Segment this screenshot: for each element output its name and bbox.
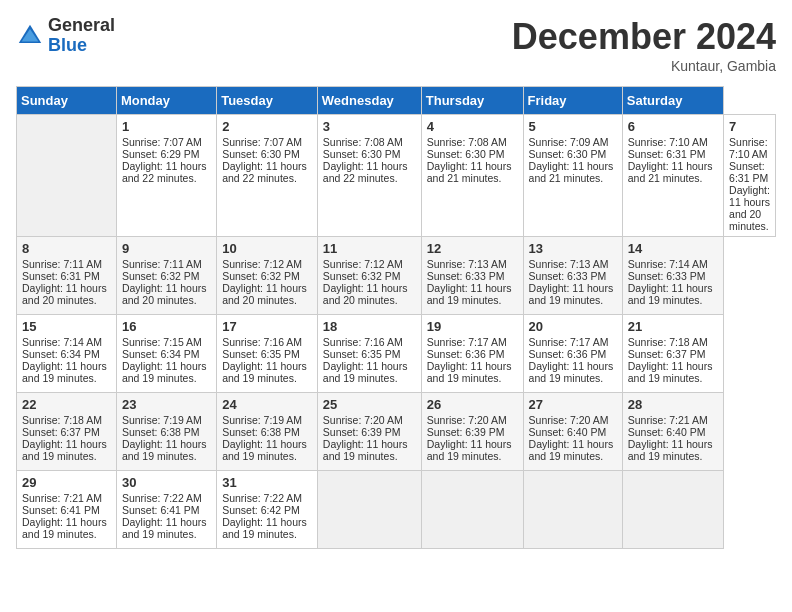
week-row-5: 29Sunrise: 7:21 AMSunset: 6:41 PMDayligh… (17, 471, 776, 549)
daylight: Daylight: 11 hours and 22 minutes. (222, 160, 307, 184)
sunrise: Sunrise: 7:14 AM (22, 336, 102, 348)
daylight: Daylight: 11 hours and 22 minutes. (122, 160, 207, 184)
day-number: 27 (529, 397, 617, 412)
daylight: Daylight: 11 hours and 19 minutes. (122, 516, 207, 540)
calendar-cell (523, 471, 622, 549)
sunrise: Sunrise: 7:17 AM (427, 336, 507, 348)
day-number: 26 (427, 397, 518, 412)
sunrise: Sunrise: 7:20 AM (529, 414, 609, 426)
day-number: 14 (628, 241, 718, 256)
calendar-cell: 24Sunrise: 7:19 AMSunset: 6:38 PMDayligh… (217, 393, 318, 471)
sunrise: Sunrise: 7:17 AM (529, 336, 609, 348)
sunset: Sunset: 6:33 PM (529, 270, 607, 282)
sunrise: Sunrise: 7:13 AM (427, 258, 507, 270)
sunrise: Sunrise: 7:21 AM (22, 492, 102, 504)
sunset: Sunset: 6:38 PM (122, 426, 200, 438)
day-number: 19 (427, 319, 518, 334)
calendar-cell: 6Sunrise: 7:10 AMSunset: 6:31 PMDaylight… (622, 115, 723, 237)
calendar-cell: 30Sunrise: 7:22 AMSunset: 6:41 PMDayligh… (116, 471, 216, 549)
sunset: Sunset: 6:35 PM (222, 348, 300, 360)
calendar-cell: 1Sunrise: 7:07 AMSunset: 6:29 PMDaylight… (116, 115, 216, 237)
daylight: Daylight: 11 hours and 22 minutes. (323, 160, 408, 184)
daylight: Daylight: 11 hours and 19 minutes. (427, 438, 512, 462)
sunset: Sunset: 6:40 PM (628, 426, 706, 438)
daylight: Daylight: 11 hours and 20 minutes. (729, 184, 770, 232)
calendar-cell: 27Sunrise: 7:20 AMSunset: 6:40 PMDayligh… (523, 393, 622, 471)
sunset: Sunset: 6:41 PM (122, 504, 200, 516)
sunset: Sunset: 6:32 PM (122, 270, 200, 282)
col-header-sunday: Sunday (17, 87, 117, 115)
sunset: Sunset: 6:32 PM (323, 270, 401, 282)
daylight: Daylight: 11 hours and 19 minutes. (427, 360, 512, 384)
daylight: Daylight: 11 hours and 19 minutes. (22, 516, 107, 540)
daylight: Daylight: 11 hours and 19 minutes. (529, 360, 614, 384)
week-row-1: 1Sunrise: 7:07 AMSunset: 6:29 PMDaylight… (17, 115, 776, 237)
daylight: Daylight: 11 hours and 20 minutes. (323, 282, 408, 306)
calendar-cell: 7Sunrise: 7:10 AMSunset: 6:31 PMDaylight… (724, 115, 776, 237)
daylight: Daylight: 11 hours and 19 minutes. (22, 360, 107, 384)
daylight: Daylight: 11 hours and 19 minutes. (22, 438, 107, 462)
sunset: Sunset: 6:34 PM (122, 348, 200, 360)
calendar-cell: 11Sunrise: 7:12 AMSunset: 6:32 PMDayligh… (317, 237, 421, 315)
logo-general: General (48, 16, 115, 36)
daylight: Daylight: 11 hours and 19 minutes. (529, 282, 614, 306)
daylight: Daylight: 11 hours and 19 minutes. (222, 360, 307, 384)
calendar-cell: 10Sunrise: 7:12 AMSunset: 6:32 PMDayligh… (217, 237, 318, 315)
calendar-cell: 28Sunrise: 7:21 AMSunset: 6:40 PMDayligh… (622, 393, 723, 471)
day-number: 3 (323, 119, 416, 134)
sunset: Sunset: 6:33 PM (427, 270, 505, 282)
sunrise: Sunrise: 7:19 AM (122, 414, 202, 426)
sunrise: Sunrise: 7:11 AM (122, 258, 202, 270)
day-number: 8 (22, 241, 111, 256)
calendar-cell: 14Sunrise: 7:14 AMSunset: 6:33 PMDayligh… (622, 237, 723, 315)
sunrise: Sunrise: 7:08 AM (427, 136, 507, 148)
daylight: Daylight: 11 hours and 19 minutes. (122, 438, 207, 462)
week-row-2: 8Sunrise: 7:11 AMSunset: 6:31 PMDaylight… (17, 237, 776, 315)
day-number: 20 (529, 319, 617, 334)
sunset: Sunset: 6:40 PM (529, 426, 607, 438)
location: Kuntaur, Gambia (512, 58, 776, 74)
sunset: Sunset: 6:30 PM (529, 148, 607, 160)
calendar-cell: 3Sunrise: 7:08 AMSunset: 6:30 PMDaylight… (317, 115, 421, 237)
page-header: General Blue December 2024 Kuntaur, Gamb… (16, 16, 776, 74)
sunrise: Sunrise: 7:12 AM (323, 258, 403, 270)
day-number: 18 (323, 319, 416, 334)
sunset: Sunset: 6:35 PM (323, 348, 401, 360)
sunset: Sunset: 6:29 PM (122, 148, 200, 160)
calendar-cell: 9Sunrise: 7:11 AMSunset: 6:32 PMDaylight… (116, 237, 216, 315)
col-header-monday: Monday (116, 87, 216, 115)
day-number: 5 (529, 119, 617, 134)
calendar-cell: 17Sunrise: 7:16 AMSunset: 6:35 PMDayligh… (217, 315, 318, 393)
calendar-cell: 13Sunrise: 7:13 AMSunset: 6:33 PMDayligh… (523, 237, 622, 315)
sunset: Sunset: 6:32 PM (222, 270, 300, 282)
calendar-cell: 15Sunrise: 7:14 AMSunset: 6:34 PMDayligh… (17, 315, 117, 393)
logo-icon (16, 22, 44, 50)
day-number: 30 (122, 475, 211, 490)
calendar-cell: 4Sunrise: 7:08 AMSunset: 6:30 PMDaylight… (421, 115, 523, 237)
sunset: Sunset: 6:39 PM (427, 426, 505, 438)
calendar-cell: 5Sunrise: 7:09 AMSunset: 6:30 PMDaylight… (523, 115, 622, 237)
col-header-wednesday: Wednesday (317, 87, 421, 115)
day-number: 15 (22, 319, 111, 334)
day-number: 10 (222, 241, 312, 256)
calendar: SundayMondayTuesdayWednesdayThursdayFrid… (16, 86, 776, 549)
calendar-cell (17, 115, 117, 237)
sunset: Sunset: 6:31 PM (628, 148, 706, 160)
col-header-tuesday: Tuesday (217, 87, 318, 115)
calendar-cell: 22Sunrise: 7:18 AMSunset: 6:37 PMDayligh… (17, 393, 117, 471)
day-number: 16 (122, 319, 211, 334)
title-block: December 2024 Kuntaur, Gambia (512, 16, 776, 74)
sunrise: Sunrise: 7:07 AM (222, 136, 302, 148)
day-number: 13 (529, 241, 617, 256)
calendar-cell: 21Sunrise: 7:18 AMSunset: 6:37 PMDayligh… (622, 315, 723, 393)
sunrise: Sunrise: 7:21 AM (628, 414, 708, 426)
daylight: Daylight: 11 hours and 21 minutes. (427, 160, 512, 184)
daylight: Daylight: 11 hours and 19 minutes. (628, 438, 713, 462)
sunset: Sunset: 6:31 PM (729, 160, 768, 184)
calendar-cell (622, 471, 723, 549)
sunrise: Sunrise: 7:19 AM (222, 414, 302, 426)
day-number: 17 (222, 319, 312, 334)
day-number: 28 (628, 397, 718, 412)
sunset: Sunset: 6:38 PM (222, 426, 300, 438)
calendar-cell: 2Sunrise: 7:07 AMSunset: 6:30 PMDaylight… (217, 115, 318, 237)
